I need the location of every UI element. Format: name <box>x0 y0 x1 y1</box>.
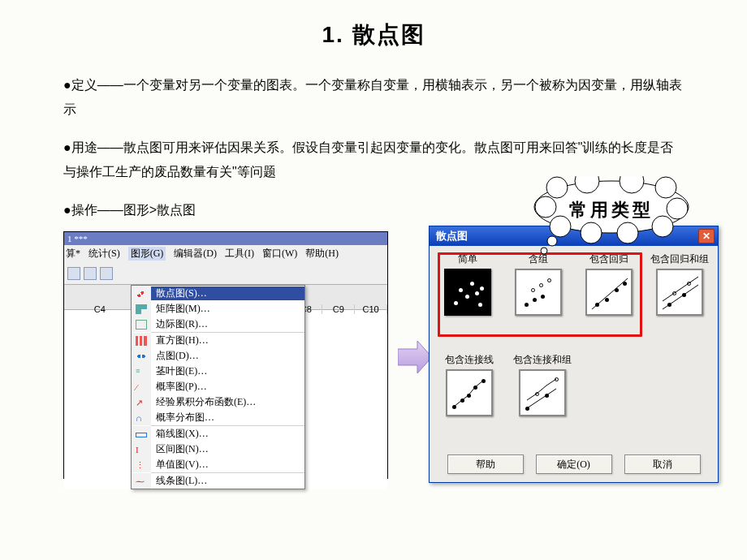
thumb-connect-group[interactable] <box>519 369 566 416</box>
marginal-icon <box>136 320 147 330</box>
hist-icon <box>136 336 147 346</box>
toolbar-icon[interactable] <box>67 267 80 280</box>
menu-item-stem[interactable]: ≡ 茎叶图(E)… <box>132 364 304 379</box>
thumb-label-simple: 简单 <box>438 252 499 266</box>
menu-item-line[interactable]: ⁓ 线条图(L)… <box>132 473 304 489</box>
matrix-icon <box>136 304 147 314</box>
thumb-group[interactable] <box>515 269 562 316</box>
arrow-icon <box>398 337 432 377</box>
indiv-icon: ⋮ <box>136 460 147 470</box>
thumb-connect[interactable] <box>446 369 493 416</box>
close-button[interactable]: ✕ <box>698 229 715 243</box>
interval-icon: I <box>136 445 147 454</box>
menu-graph[interactable]: 图形(G) <box>128 247 166 261</box>
menu-item-hist[interactable]: 直方图(H)… <box>132 333 304 348</box>
window-title: 1 *** <box>64 232 387 245</box>
menu-help[interactable]: 帮助(H) <box>305 247 339 261</box>
prob-icon: ⁄ <box>136 382 147 392</box>
col-c9: C9 <box>322 304 355 314</box>
scatter-icon <box>136 289 147 299</box>
bullet-definition: ●定义——一个变量对另一个变量的图表。一个变量称自变量，用横轴表示，另一个被称为… <box>63 73 684 121</box>
menu-item-dot[interactable]: 点图(D)… <box>132 348 304 364</box>
app-screenshot: 1 *** 算* 统计(S) 图形(G) 编辑器(D) 工具(I) 窗口(W) … <box>63 231 388 479</box>
menu-calc[interactable]: 算* <box>66 247 80 261</box>
menu-item-scatter[interactable]: 散点图(S)… <box>132 286 304 301</box>
svg-point-11 <box>617 222 638 243</box>
cancel-button[interactable]: 取消 <box>624 454 701 474</box>
menu-stat[interactable]: 统计(S) <box>89 247 120 261</box>
thumb-regression-group[interactable] <box>656 269 703 316</box>
dialog-title: 散点图 <box>436 229 468 243</box>
thumb-simple[interactable] <box>444 269 491 316</box>
svg-point-14 <box>535 196 556 218</box>
callout-text: 常用类型 <box>569 198 654 222</box>
col-c4: C4 <box>64 304 136 314</box>
menu-item-interval[interactable]: I 区间图(N)… <box>132 442 304 457</box>
col-c10: C10 <box>355 304 387 314</box>
svg-point-10 <box>652 216 673 237</box>
stem-icon: ≡ <box>136 367 147 377</box>
menubar: 算* 统计(S) 图形(G) 编辑器(D) 工具(I) 窗口(W) 帮助(H) <box>64 245 387 262</box>
callout-common-types: 常用类型 <box>534 183 689 238</box>
svg-point-5 <box>546 177 568 198</box>
box-icon <box>136 433 147 437</box>
menu-item-pdist[interactable]: ∩ 概率分布图… <box>132 410 304 425</box>
help-button[interactable]: 帮助 <box>447 454 524 474</box>
graph-dropdown-menu: 散点图(S)… 矩阵图(M)… 边际图(R)… 直方图(H)… 点图(D)… ≡ <box>131 285 305 489</box>
svg-point-16 <box>541 248 547 254</box>
svg-point-8 <box>655 177 676 198</box>
line-icon: ⁓ <box>136 476 147 486</box>
pdist-icon: ∩ <box>136 413 147 423</box>
svg-point-12 <box>581 222 602 243</box>
menu-editor[interactable]: 编辑器(D) <box>174 247 217 261</box>
toolbar-icon[interactable] <box>84 267 97 280</box>
menu-item-matrix[interactable]: 矩阵图(M)… <box>132 301 304 317</box>
menu-item-prob[interactable]: ⁄ 概率图(P)… <box>132 379 304 394</box>
thumb-label-connect: 包含连接线 <box>438 353 501 367</box>
scatter-dialog: 散点图 ✕ 简单 含组 <box>429 226 719 483</box>
thumb-regression[interactable] <box>585 269 633 316</box>
ok-button[interactable]: 确定(O) <box>536 454 612 474</box>
menu-item-ecdf[interactable]: ↗ 经验累积分布函数(E)… <box>132 394 304 410</box>
svg-point-13 <box>550 216 571 237</box>
menu-window[interactable]: 窗口(W) <box>262 247 297 261</box>
toolbar-icon[interactable] <box>100 267 113 280</box>
dot-icon <box>136 351 147 361</box>
page-title: 1. 散点图 <box>0 19 747 50</box>
ecdf-icon: ↗ <box>136 398 147 407</box>
menu-item-indiv[interactable]: ⋮ 单值图(V)… <box>132 457 304 472</box>
svg-point-15 <box>547 236 557 246</box>
svg-marker-0 <box>398 341 432 373</box>
menu-item-marginal[interactable]: 边际图(R)… <box>132 317 304 332</box>
svg-point-9 <box>667 198 688 219</box>
toolbar <box>64 262 387 285</box>
menu-tools[interactable]: 工具(I) <box>225 247 254 261</box>
thumb-label-connect-group: 包含连接和组 <box>511 353 574 367</box>
menu-item-box[interactable]: 箱线图(X)… <box>132 426 304 442</box>
